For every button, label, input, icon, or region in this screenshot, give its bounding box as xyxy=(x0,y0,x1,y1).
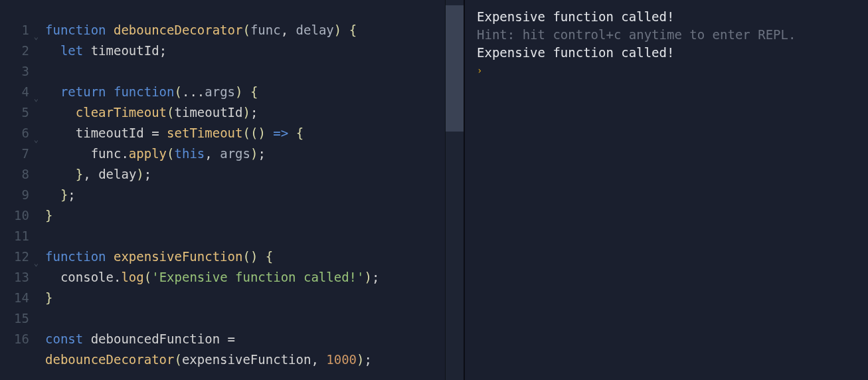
line-number: 13 xyxy=(0,267,40,288)
line-number: 15 xyxy=(0,308,40,329)
minimap-viewport[interactable] xyxy=(446,5,464,132)
line-number: 9 xyxy=(0,185,40,205)
code-line[interactable]: } xyxy=(45,205,445,226)
code-line[interactable]: function expensiveFunction() { xyxy=(45,246,445,267)
line-number: 12⌄ xyxy=(0,246,40,267)
line-number: 3 xyxy=(0,61,40,82)
code-line[interactable]: clearTimeout(timeoutId); xyxy=(45,102,445,123)
line-number: 14 xyxy=(0,288,40,308)
line-number: 1⌄ xyxy=(0,20,40,41)
code-line[interactable] xyxy=(45,61,445,82)
code-line[interactable] xyxy=(45,308,445,329)
code-editor-pane[interactable]: 1⌄ 2 3 4⌄ 5 6⌄ 7 8 9 10 11 12⌄ 13 14 15 … xyxy=(0,0,464,380)
code-line[interactable]: return function(...args) { xyxy=(45,82,445,102)
console-prompt[interactable]: › xyxy=(477,62,856,80)
code-line[interactable]: }; xyxy=(45,185,445,205)
line-number: 11 xyxy=(0,226,40,246)
code-line[interactable]: } xyxy=(45,288,445,308)
line-number: 6⌄ xyxy=(0,123,40,143)
output-console[interactable]: Expensive function called!Hint: hit cont… xyxy=(465,0,868,380)
code-line[interactable]: debounceDecorator(expensiveFunction, 100… xyxy=(45,349,445,370)
line-number: 7 xyxy=(0,143,40,164)
line-number: 5 xyxy=(0,102,40,123)
minimap[interactable] xyxy=(445,0,464,380)
code-line[interactable]: }, delay); xyxy=(45,164,445,185)
code-content[interactable]: function debounceDecorator(func, delay) … xyxy=(40,0,445,380)
line-number: 10 xyxy=(0,205,40,226)
line-number: 16 xyxy=(0,329,40,349)
code-line[interactable]: timeoutId = setTimeout(() => { xyxy=(45,123,445,143)
line-number-gutter: 1⌄ 2 3 4⌄ 5 6⌄ 7 8 9 10 11 12⌄ 13 14 15 … xyxy=(0,0,40,380)
line-number: 4⌄ xyxy=(0,82,40,102)
line-number: 8 xyxy=(0,164,40,185)
code-line[interactable]: let timeoutId; xyxy=(45,41,445,61)
line-number: 2 xyxy=(0,41,40,61)
console-line: Expensive function called! xyxy=(477,44,856,62)
tab-strip xyxy=(0,0,464,3)
console-line: Expensive function called! xyxy=(477,8,856,26)
code-line[interactable]: function debounceDecorator(func, delay) … xyxy=(45,20,445,41)
code-line[interactable]: func.apply(this, args); xyxy=(45,143,445,164)
console-hint: Hint: hit control+c anytime to enter REP… xyxy=(477,26,856,44)
code-line[interactable] xyxy=(45,226,445,246)
code-line[interactable]: console.log('Expensive function called!'… xyxy=(45,267,445,288)
code-line[interactable]: const debouncedFunction = xyxy=(45,329,445,349)
